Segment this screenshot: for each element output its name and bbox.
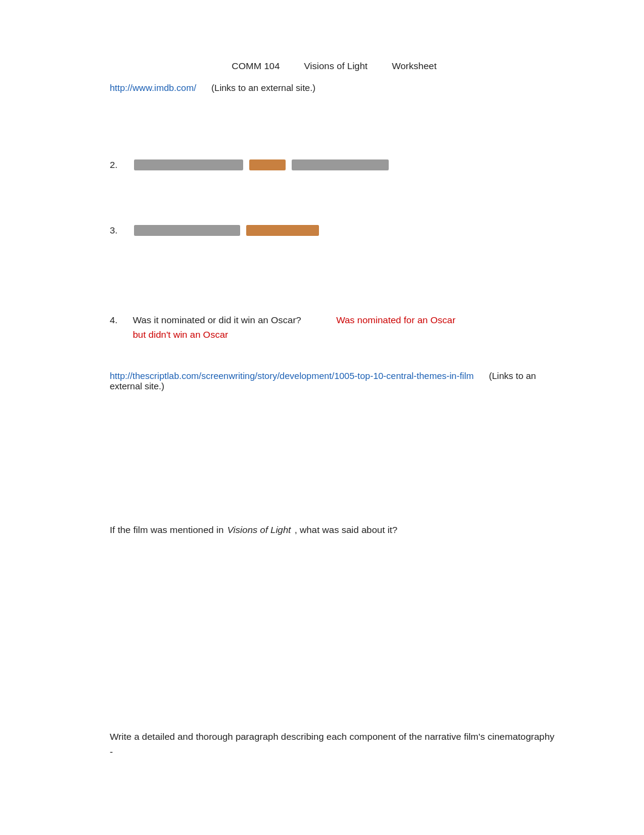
page: COMM 104 Visions of Light Worksheet http…: [61, 0, 583, 808]
item-4-number: 4.: [110, 315, 128, 326]
item-3-number: 3.: [110, 225, 128, 236]
doctype-label: Worksheet: [392, 61, 437, 72]
film-mention-row: If the film was mentioned in Visions of …: [110, 525, 558, 535]
film-mention-suffix: , what was said about it?: [295, 525, 398, 535]
item-2-section: 2.: [110, 159, 558, 170]
item-3-section: 3.: [110, 225, 558, 236]
item-2-number: 2.: [110, 159, 128, 170]
item-4-answer-1: Was nominated for an Oscar: [336, 315, 455, 326]
item-2-blurred-2: [292, 159, 389, 170]
imdb-link-line: http://www.imdb.com/ (Links to an extern…: [110, 82, 558, 93]
film-mention-title: Visions of Light: [227, 525, 291, 535]
item-3-blurred-orange: [246, 225, 319, 236]
item-2-blurred-orange: [249, 159, 286, 170]
item-4-row: 4. Was it nominated or did it win an Osc…: [110, 315, 558, 326]
item-4-question: Was it nominated or did it win an Oscar?: [133, 315, 301, 326]
item-4-section: 4. Was it nominated or did it win an Osc…: [110, 315, 558, 340]
scriptlab-link-line: http://thescriptlab.com/screenwriting/st…: [110, 371, 558, 391]
scriptlab-link[interactable]: http://thescriptlab.com/screenwriting/st…: [110, 371, 474, 381]
document-header: COMM 104 Visions of Light Worksheet: [110, 61, 558, 72]
item-2-blurred-1: [134, 159, 243, 170]
item-4-answer-2: but didn't win an Oscar: [133, 329, 228, 340]
item-3-blurred-1: [134, 225, 240, 236]
paragraph-section: Write a detailed and thorough paragraph …: [110, 729, 558, 760]
course-label: COMM 104: [232, 61, 280, 72]
item-2-row: 2.: [110, 159, 558, 170]
imdb-link[interactable]: http://www.imdb.com/: [110, 82, 196, 93]
paragraph-text: Write a detailed and thorough paragraph …: [110, 729, 558, 760]
imdb-external-label: (Links to an external site.): [212, 82, 316, 93]
film-mention-prefix: If the film was mentioned in: [110, 525, 224, 535]
title-label: Visions of Light: [304, 61, 367, 72]
item-3-row: 3.: [110, 225, 558, 236]
